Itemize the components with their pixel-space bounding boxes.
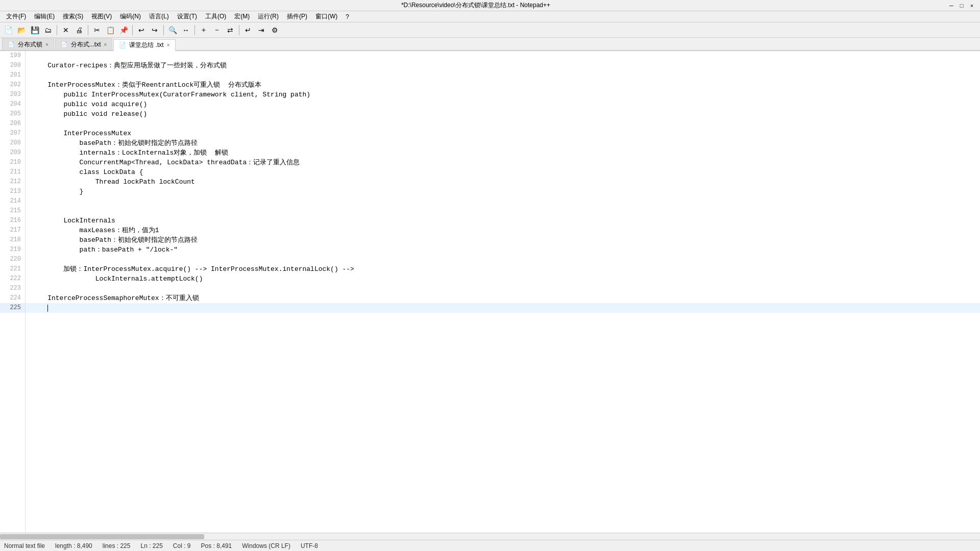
open-button[interactable]: 📂 — [15, 24, 28, 36]
minimize-button[interactable]: ─ — [947, 2, 955, 10]
zoom-out-button[interactable]: － — [211, 24, 223, 36]
paste-button[interactable]: 📌 — [117, 24, 130, 36]
title-bar: *D:\Resource\video\分布式锁\课堂总结.txt - Notep… — [0, 0, 980, 11]
line-number-224: 224 — [0, 293, 25, 303]
replace-button[interactable]: ↔ — [180, 24, 192, 36]
copy-button[interactable]: 📋 — [104, 24, 116, 36]
macro-button[interactable]: ⚙ — [268, 24, 281, 36]
separator-2 — [88, 25, 88, 35]
menu-item-n[interactable]: 编码(N) — [116, 11, 145, 22]
tab-close-tab1[interactable]: × — [45, 42, 48, 47]
separator-5 — [194, 25, 195, 35]
menu-item-p[interactable]: 插件(P) — [283, 11, 311, 22]
code-line-211[interactable]: class LockData { — [26, 167, 980, 177]
scrollbar-thumb-h[interactable] — [0, 534, 204, 539]
tab-icon-tab2: 📄 — [61, 41, 68, 48]
save-all-button[interactable]: 🗂 — [42, 24, 54, 36]
code-line-215[interactable] — [26, 206, 980, 216]
menu-item-[interactable]: ? — [341, 12, 353, 21]
code-line-213[interactable]: } — [26, 187, 980, 196]
code-line-207[interactable]: InterProcessMutex — [26, 129, 980, 138]
sync-scroll-button[interactable]: ⇄ — [224, 24, 236, 36]
code-line-225[interactable] — [26, 303, 980, 313]
line-number-204: 204 — [0, 99, 25, 109]
tab-close-tab3[interactable]: × — [167, 42, 170, 48]
zoom-in-button[interactable]: ＋ — [198, 24, 210, 36]
code-line-222[interactable]: LockInternals.attemptLock() — [26, 274, 980, 284]
line-number-219: 219 — [0, 245, 25, 255]
menu-item-o[interactable]: 工具(O) — [201, 11, 230, 22]
new-button[interactable]: 📄 — [2, 24, 14, 36]
code-line-203[interactable]: public InterProcessMutex(CuratorFramewor… — [26, 90, 980, 99]
code-line-206[interactable] — [26, 119, 980, 129]
code-line-210[interactable]: ConcurrentMap<Thread, LockData> threadDa… — [26, 158, 980, 167]
menu-item-w[interactable]: 窗口(W) — [311, 11, 341, 22]
tab-close-tab2[interactable]: × — [104, 42, 107, 47]
menu-item-f[interactable]: 文件(F) — [2, 11, 30, 22]
code-line-212[interactable]: Thread lockPath lockCount — [26, 177, 980, 187]
code-line-199[interactable] — [26, 51, 980, 61]
indent-button[interactable]: ⇥ — [255, 24, 267, 36]
line-number-223: 223 — [0, 284, 25, 293]
ln-status: Ln : 225 — [140, 542, 162, 549]
code-line-202[interactable]: InterProcessMutex：类似于ReentrantLock可重入锁 分… — [26, 80, 980, 90]
code-line-221[interactable]: 加锁：InterProcessMutex.acquire() --> Inter… — [26, 264, 980, 274]
col-status: Col : 9 — [173, 542, 191, 549]
menu-item-v[interactable]: 视图(V) — [87, 11, 116, 22]
tab-tab1[interactable]: 📄分布式锁× — [2, 38, 54, 50]
tab-icon-tab1: 📄 — [8, 41, 15, 48]
line-number-205: 205 — [0, 109, 25, 119]
cut-button[interactable]: ✂ — [91, 24, 103, 36]
code-line-218[interactable]: basePath：初始化锁时指定的节点路径 — [26, 235, 980, 245]
separator-6 — [239, 25, 239, 35]
code-line-224[interactable]: InterceProcessSemaphoreMutex：不可重入锁 — [26, 293, 980, 303]
code-line-200[interactable]: Curator-recipes：典型应用场景做了一些封装，分布式锁 — [26, 61, 980, 70]
code-line-223[interactable] — [26, 284, 980, 293]
menu-item-s[interactable]: 搜索(S) — [59, 11, 87, 22]
code-line-201[interactable] — [26, 70, 980, 80]
separator-4 — [163, 25, 164, 35]
line-number-211: 211 — [0, 167, 25, 177]
code-line-205[interactable]: public void release() — [26, 109, 980, 119]
editor[interactable]: 1992002012022032042052062072082092102112… — [0, 51, 980, 533]
code-line-217[interactable]: maxLeases：租约，值为1 — [26, 226, 980, 235]
menu-item-r[interactable]: 运行(R) — [254, 11, 283, 22]
encoding-status: UTF-8 — [301, 542, 318, 549]
menu-item-t[interactable]: 设置(T) — [173, 11, 201, 22]
menu-item-e[interactable]: 编辑(E) — [30, 11, 59, 22]
line-number-209: 209 — [0, 148, 25, 158]
redo-button[interactable]: ↪ — [149, 24, 161, 36]
line-number-222: 222 — [0, 274, 25, 284]
find-button[interactable]: 🔍 — [166, 24, 179, 36]
window-controls[interactable]: ─ □ × — [947, 2, 976, 10]
pos-status: Pos : 8,491 — [201, 542, 232, 549]
scrollbar-horizontal[interactable] — [0, 533, 980, 540]
code-line-220[interactable] — [26, 255, 980, 264]
wordwrap-button[interactable]: ↵ — [242, 24, 254, 36]
line-number-214: 214 — [0, 196, 25, 206]
code-line-216[interactable]: LockInternals — [26, 216, 980, 226]
maximize-button[interactable]: □ — [958, 2, 966, 10]
line-number-213: 213 — [0, 187, 25, 196]
code-line-204[interactable]: public void acquire() — [26, 99, 980, 109]
tab-icon-tab3: 📄 — [119, 42, 126, 48]
tab-tab3[interactable]: 📄课堂总结 .txt× — [113, 39, 175, 51]
code-line-214[interactable] — [26, 196, 980, 206]
close-button-tb[interactable]: ✕ — [60, 24, 72, 36]
line-number-207: 207 — [0, 129, 25, 138]
tab-bar: 📄分布式锁×📄分布式...txt×📄课堂总结 .txt× — [0, 38, 980, 51]
code-line-208[interactable]: basePath：初始化锁时指定的节点路径 — [26, 138, 980, 148]
menu-item-l[interactable]: 语言(L) — [145, 11, 173, 22]
undo-button[interactable]: ↩ — [135, 24, 148, 36]
tab-tab2[interactable]: 📄分布式...txt× — [55, 38, 113, 50]
code-area[interactable]: Curator-recipes：典型应用场景做了一些封装，分布式锁 InterP… — [26, 51, 980, 533]
line-number-210: 210 — [0, 158, 25, 167]
line-number-215: 215 — [0, 206, 25, 216]
close-button[interactable]: × — [968, 2, 976, 10]
code-line-219[interactable]: path：basePath + "/lock-" — [26, 245, 980, 255]
line-number-199: 199 — [0, 51, 25, 61]
print-button[interactable]: 🖨 — [73, 24, 85, 36]
menu-item-m[interactable]: 宏(M) — [230, 11, 254, 22]
save-button[interactable]: 💾 — [29, 24, 41, 36]
code-line-209[interactable]: internals：LockInternals对象，加锁 解锁 — [26, 148, 980, 158]
